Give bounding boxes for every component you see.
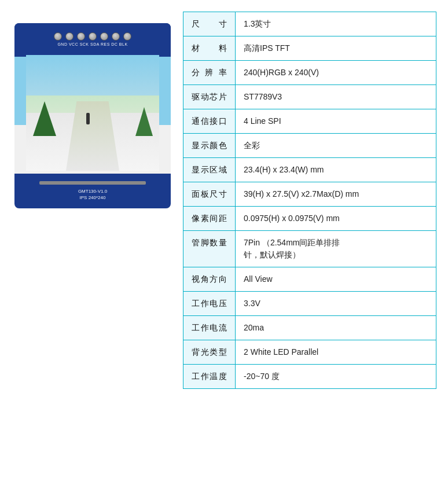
- module-screen: [26, 55, 159, 171]
- table-row: 尺 寸1.3英寸: [183, 12, 436, 36]
- table-row: 工作电压3.3V: [183, 292, 436, 316]
- spec-value: 23.4(H) x 23.4(W) mm: [236, 158, 436, 182]
- bottom-connector: [39, 181, 145, 185]
- table-row: 通信接口4 Line SPI: [183, 109, 436, 134]
- table-row: 分 辨 率240(H)RGB x 240(V): [183, 61, 436, 85]
- spec-label: 尺 寸: [183, 12, 236, 36]
- table-row: 视角方向All View: [183, 267, 436, 292]
- spec-value: -20~70 度: [236, 365, 436, 389]
- pin-2: [65, 32, 74, 41]
- spec-value: 全彩: [236, 134, 436, 158]
- spec-label: 管脚数量: [183, 231, 236, 267]
- spec-value: 7Pin （2.54mm间距单排排针，默认焊接）: [236, 231, 436, 267]
- spec-value: All View: [236, 267, 436, 292]
- spec-value: 4 Line SPI: [236, 109, 436, 134]
- pin-7: [123, 32, 131, 41]
- spec-value: 1.3英寸: [236, 12, 436, 36]
- screen-inner: [26, 55, 159, 171]
- spec-label: 背光类型: [183, 340, 236, 365]
- spec-label: 显示颜色: [183, 134, 236, 158]
- spec-label: 像素间距: [183, 207, 236, 231]
- table-row: 管脚数量7Pin （2.54mm间距单排排针，默认焊接）: [183, 231, 436, 267]
- specs-table: 尺 寸1.3英寸材 料高清IPS TFT分 辨 率240(H)RGB x 240…: [183, 12, 436, 389]
- tree-left: [33, 101, 56, 136]
- product-image: GND VCC SCK SDA RES DC BLK GMT130-V1.0IP…: [14, 23, 171, 208]
- table-row: 像素间距0.0975(H) x 0.0975(V) mm: [183, 207, 436, 231]
- spec-value: 240(H)RGB x 240(V): [236, 61, 436, 85]
- spec-value: 20ma: [236, 316, 436, 340]
- module-top: GND VCC SCK SDA RES DC BLK: [14, 23, 171, 55]
- spec-label: 驱动芯片: [183, 85, 236, 109]
- table-row: 驱动芯片ST7789V3: [183, 85, 436, 109]
- spec-value: 3.3V: [236, 292, 436, 316]
- spec-label: 显示区域: [183, 158, 236, 182]
- figure: [86, 113, 90, 124]
- page-container: GND VCC SCK SDA RES DC BLK GMT130-V1.0IP…: [12, 12, 436, 389]
- spec-label: 材 料: [183, 36, 236, 61]
- pin-1: [54, 32, 62, 41]
- spec-value: 高清IPS TFT: [236, 36, 436, 61]
- spec-value: 0.0975(H) x 0.0975(V) mm: [236, 207, 436, 231]
- module-bottom-label: GMT130-V1.0IPS 240*240: [78, 188, 107, 201]
- table-row: 背光类型2 White LED Parallel: [183, 340, 436, 365]
- tree-right: [135, 107, 153, 136]
- spec-label: 工作温度: [183, 365, 236, 389]
- pin-3: [77, 32, 85, 41]
- spec-label: 通信接口: [183, 109, 236, 134]
- snow-path: [66, 101, 119, 171]
- spec-label: 面板尺寸: [183, 182, 236, 207]
- table-row: 材 料高清IPS TFT: [183, 36, 436, 61]
- pin-6: [112, 32, 120, 41]
- pin-4: [89, 32, 97, 41]
- spec-label: 视角方向: [183, 267, 236, 292]
- spec-value: 39(H) x 27.5(V) x2.7Max(D) mm: [236, 182, 436, 207]
- module-pin-label: GND VCC SCK SDA RES DC BLK: [57, 42, 127, 46]
- table-row: 显示区域23.4(H) x 23.4(W) mm: [183, 158, 436, 182]
- table-row: 显示颜色全彩: [183, 134, 436, 158]
- module-pins: [54, 32, 131, 41]
- product-image-container: GND VCC SCK SDA RES DC BLK GMT130-V1.0IP…: [12, 23, 174, 208]
- module-bottom: GMT130-V1.0IPS 240*240: [14, 174, 171, 208]
- table-row: 工作温度-20~70 度: [183, 365, 436, 389]
- spec-label: 工作电压: [183, 292, 236, 316]
- spec-value: 2 White LED Parallel: [236, 340, 436, 365]
- pin-5: [100, 32, 108, 41]
- spec-value: ST7789V3: [236, 85, 436, 109]
- spec-label: 分 辨 率: [183, 61, 236, 85]
- table-row: 工作电流20ma: [183, 316, 436, 340]
- table-row: 面板尺寸39(H) x 27.5(V) x2.7Max(D) mm: [183, 182, 436, 207]
- spec-label: 工作电流: [183, 316, 236, 340]
